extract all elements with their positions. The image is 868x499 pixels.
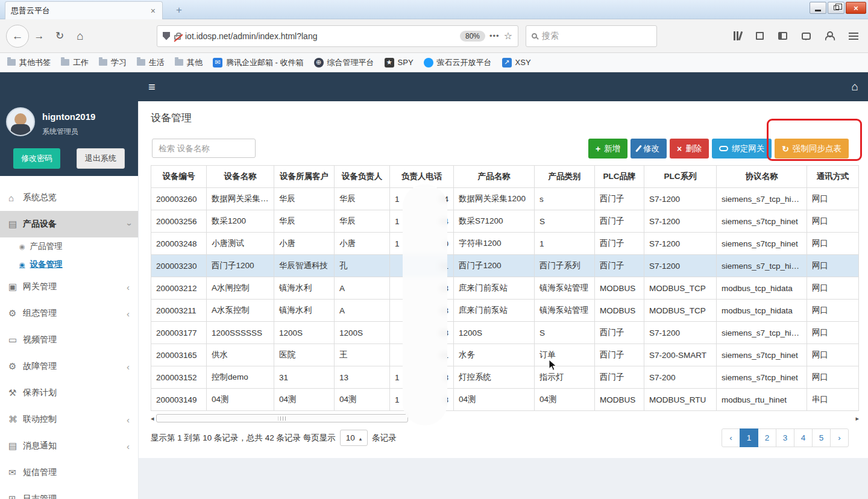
app-home-icon[interactable] <box>852 80 858 93</box>
add-button[interactable]: +新增 <box>588 139 627 158</box>
table-cell: 网口 <box>807 255 859 277</box>
zoom-level-badge[interactable]: 80% <box>460 31 485 42</box>
pagination-page-3[interactable]: 3 <box>776 428 794 447</box>
edit-button[interactable]: 修改 <box>631 139 667 158</box>
table-row[interactable]: 200003152控制demo311318灯控系统指示灯西门子S7-200sie… <box>151 366 859 389</box>
table-row[interactable]: 200003165供水医院王41水务订单西门子S7-200-SMARTsieme… <box>151 344 859 366</box>
sidebar-subitem[interactable]: ◉设备管理 <box>0 256 138 274</box>
reload-button[interactable] <box>51 28 68 45</box>
url-bar[interactable]: iot.idosp.net/admin/index.html?lang 80% … <box>157 25 518 47</box>
sidebar-item-1[interactable]: ▤产品设备‹ <box>0 211 138 237</box>
pagination-page-1[interactable]: 1 <box>740 428 758 447</box>
sidebar-item-3[interactable]: ⚙组态管理‹ <box>0 300 138 327</box>
sidebar-item-5[interactable]: ⚙故障管理‹ <box>0 353 138 380</box>
per-page-select[interactable]: 10 <box>340 430 368 446</box>
table-cell: 庶来门前泵站 <box>454 277 535 300</box>
table-cell: siemens_s7_tcp_hidata <box>717 255 807 277</box>
table-cell: 华辰 <box>274 188 335 210</box>
pagination-prev[interactable]: ‹ <box>722 428 740 447</box>
sidebar-subitem[interactable]: ◉产品管理 <box>0 237 138 256</box>
nav-toolbar: iot.idosp.net/admin/index.html?lang 80% … <box>0 19 868 53</box>
bookmark-item[interactable]: ⊕综合管理平台 <box>314 57 374 68</box>
sidebar-item-8[interactable]: ▤消息通知‹ <box>0 433 138 459</box>
column-header: 设备所属客户 <box>274 166 335 188</box>
pagination-page-2[interactable]: 2 <box>758 428 776 447</box>
tab-close-icon[interactable]: × <box>149 6 157 16</box>
sidebar-collapse-icon[interactable] <box>148 80 156 94</box>
table-cell: 1 <box>535 233 595 255</box>
table-row[interactable]: 200003260数据网关采集1200华辰华辰104数据网关采集1200s西门子… <box>151 188 859 210</box>
table-cell: 华辰 <box>335 210 390 233</box>
back-button[interactable] <box>6 25 29 48</box>
phone-prefix: 1 <box>395 395 400 404</box>
menu-icon[interactable] <box>849 33 858 40</box>
bookmark-star-icon[interactable]: ☆ <box>504 30 512 42</box>
table-cell: 13 <box>335 366 390 389</box>
sidebar-item-6[interactable]: ⚒保养计划 <box>0 380 138 406</box>
scroll-right-icon[interactable] <box>855 415 859 422</box>
bookmark-item[interactable]: 其他 <box>175 57 203 68</box>
bookmark-item[interactable]: ✉腾讯企业邮箱 - 收件箱 <box>213 57 304 68</box>
avatar[interactable] <box>6 107 35 136</box>
sidebar-item-label: 网关管理 <box>23 281 57 292</box>
bookmark-item[interactable]: 学习 <box>99 57 127 68</box>
bookmark-item[interactable]: 工作 <box>61 57 89 68</box>
sidebar-toggle-icon[interactable] <box>778 32 787 40</box>
bookmark-item[interactable]: 萤石云开放平台 <box>424 57 492 68</box>
restore-button[interactable] <box>828 2 844 14</box>
pagination-page-5[interactable]: 5 <box>812 428 831 447</box>
pagination-page-4[interactable]: 4 <box>794 428 813 447</box>
table-row[interactable]: 200003211A水泵控制镇海水利A33庶来门前泵站镇海泵站管理MODBUSM… <box>151 300 859 322</box>
minimize-button[interactable] <box>810 2 826 14</box>
link-icon <box>719 146 728 151</box>
sidebar-item-7[interactable]: ⌘联动控制‹ <box>0 406 138 433</box>
browser-search-field[interactable]: 搜索 <box>526 25 657 47</box>
table-cell: 医院 <box>274 344 335 366</box>
library-icon[interactable] <box>734 31 741 40</box>
bookmark-item[interactable]: 生活 <box>137 57 165 68</box>
url-text[interactable]: iot.idosp.net/admin/index.html?lang <box>185 31 456 41</box>
logout-button[interactable]: 退出系统 <box>77 148 125 169</box>
new-tab-button[interactable]: + <box>171 3 187 17</box>
feedback-bubble-icon[interactable] <box>802 33 811 40</box>
horizontal-scrollbar[interactable] <box>151 414 859 423</box>
force-sync-button[interactable]: ↻强制同步点表 <box>775 139 849 158</box>
bookmark-item[interactable]: ★SPY <box>385 58 414 67</box>
device-search-input[interactable] <box>152 139 256 158</box>
column-header: PLC系列 <box>644 166 717 188</box>
insecure-lock-icon[interactable] <box>174 35 181 40</box>
shield-icon[interactable] <box>163 32 170 40</box>
delete-button[interactable]: ×删除 <box>670 139 709 158</box>
browser-tab[interactable]: 思普云平台 × <box>5 1 163 19</box>
table-row[interactable]: 2000031771200SSSSSS1200S1200S881200SS西门子… <box>151 322 859 344</box>
scrollbar-thumb[interactable] <box>156 414 408 422</box>
sidebar-item-label: 产品设备 <box>23 219 57 230</box>
table-cell: siemens_s7tcp_hinet <box>717 344 807 366</box>
bind-gateway-button[interactable]: 绑定网关 <box>712 139 772 158</box>
scroll-left-icon[interactable] <box>151 415 154 422</box>
close-button[interactable]: × <box>846 2 866 14</box>
clip-icon[interactable] <box>756 32 764 40</box>
browser-home-button[interactable] <box>72 28 89 45</box>
table-row[interactable]: 200003212A水闸控制镇海水利A33庶来门前泵站镇海泵站管理MODBUSM… <box>151 277 859 300</box>
bookmark-item[interactable]: ↗XSY <box>502 58 531 67</box>
table-row[interactable]: 200003248小唐测试小唐小唐10字符串12001西门子S7-1200sie… <box>151 233 859 255</box>
sidebar-item-10[interactable]: ⊞日志管理 <box>0 486 138 499</box>
sidebar-item-4[interactable]: ▭视频管理 <box>0 327 138 353</box>
change-password-button[interactable]: 修改密码 <box>13 148 60 169</box>
table-row[interactable]: 200003230西门子1200华辰智通科技孔31西门子1200西门子系列西门子… <box>151 255 859 277</box>
bookmark-item[interactable]: 其他书签 <box>7 57 51 68</box>
page-actions-icon[interactable]: ••• <box>489 31 500 40</box>
sidebar-item-2[interactable]: ▣网关管理‹ <box>0 274 138 300</box>
bookmark-label: 腾讯企业邮箱 - 收件箱 <box>226 57 304 68</box>
pagination-next[interactable]: › <box>830 428 849 447</box>
sidebar-item-0[interactable]: ⌂系统总览 <box>0 184 138 211</box>
sidebar-item-9[interactable]: ✉短信管理 <box>0 459 138 486</box>
table-cell: 华辰 <box>335 188 390 210</box>
column-header: 设备名称 <box>207 166 274 188</box>
table-row[interactable]: 20000314904测04测04测1804测04测MODBUSMODBUS_R… <box>151 389 859 411</box>
forward-button[interactable] <box>31 28 48 45</box>
account-icon[interactable] <box>825 31 834 40</box>
table-row[interactable]: 200003256数采1200华辰华辰104数采S71200S西门子S7-120… <box>151 210 859 233</box>
sidebar-item-label: 组态管理 <box>23 308 57 319</box>
